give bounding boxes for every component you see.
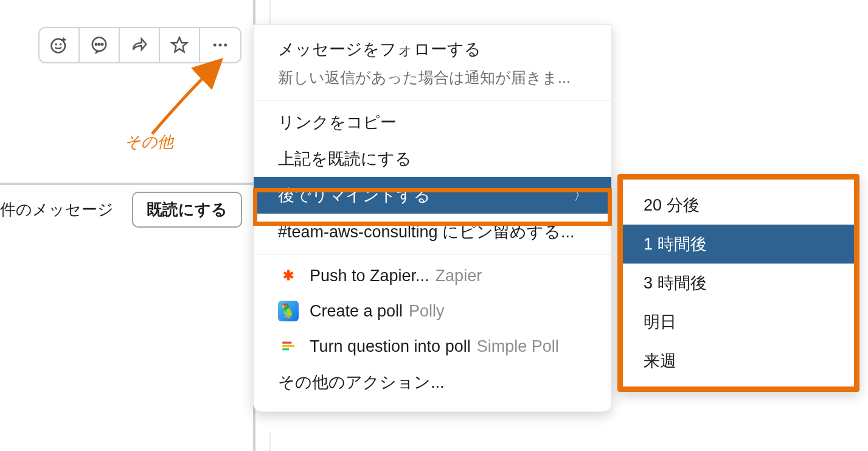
menu-item-app-polly[interactable]: 🦜 Create a poll Polly xyxy=(254,293,611,329)
submenu-item-3hour[interactable]: 3 時間後 xyxy=(623,264,854,302)
menu-item-label: Create a poll xyxy=(310,302,403,321)
svg-point-1 xyxy=(55,44,56,44)
menu-item-app-name: Zapier xyxy=(436,267,482,285)
vertical-divider-thin-bottom xyxy=(269,432,271,451)
menu-item-label: その他のアクション... xyxy=(278,371,445,393)
svg-point-8 xyxy=(219,44,222,47)
svg-point-9 xyxy=(224,44,227,47)
menu-divider xyxy=(254,100,611,100)
submenu-item-1hour[interactable]: 1 時間後 xyxy=(623,225,854,264)
menu-item-label: メッセージをフォローする xyxy=(278,38,481,60)
horizontal-divider xyxy=(0,183,253,185)
menu-item-remind-later[interactable]: 後でリマインドする 〉 xyxy=(254,177,611,214)
simple-poll-icon xyxy=(278,336,299,357)
emoji-add-button[interactable] xyxy=(40,28,80,62)
messages-count-row: 件のメッセージ 既読にする xyxy=(0,190,253,229)
menu-item-app-name: Simple Poll xyxy=(477,337,559,356)
svg-point-5 xyxy=(99,44,100,46)
menu-item-app-simple-poll[interactable]: Turn question into poll Simple Poll xyxy=(254,329,611,364)
menu-item-mark-read-above[interactable]: 上記を既読にする xyxy=(254,141,611,177)
message-context-menu: メッセージをフォローする 新しい返信があった場合は通知が届きま... リンクをコ… xyxy=(253,24,612,412)
thread-icon xyxy=(90,36,108,54)
menu-item-label: #team-aws-consulting にピン留めする... xyxy=(278,221,575,243)
svg-rect-11 xyxy=(282,345,294,347)
mark-read-button[interactable]: 既読にする xyxy=(132,192,242,228)
svg-point-6 xyxy=(102,44,103,46)
menu-item-more-actions[interactable]: その他のアクション... xyxy=(254,364,611,400)
share-button[interactable] xyxy=(120,28,160,62)
menu-item-pin[interactable]: #team-aws-consulting にピン留めする... xyxy=(254,214,611,250)
thread-button[interactable] xyxy=(80,28,120,62)
zapier-icon: ✱ xyxy=(278,265,299,286)
menu-item-app-zapier[interactable]: ✱ Push to Zapier... Zapier xyxy=(254,258,611,293)
star-icon xyxy=(170,36,189,54)
menu-divider xyxy=(254,254,611,254)
menu-item-app-name: Polly xyxy=(409,302,445,321)
menu-item-label: Push to Zapier... xyxy=(310,267,429,285)
submenu-item-nextweek[interactable]: 来週 xyxy=(623,341,854,380)
menu-item-label: 上記を既読にする xyxy=(278,148,412,170)
svg-point-2 xyxy=(60,44,61,44)
share-arrow-icon xyxy=(130,36,148,54)
svg-rect-10 xyxy=(282,341,291,343)
more-actions-button[interactable] xyxy=(200,28,240,62)
chevron-right-icon: 〉 xyxy=(574,186,587,205)
svg-point-7 xyxy=(214,44,217,47)
message-action-toolbar xyxy=(38,27,241,63)
star-button[interactable] xyxy=(160,28,200,62)
svg-point-4 xyxy=(95,44,97,46)
annotation-label: その他 xyxy=(125,131,173,153)
polly-icon: 🦜 xyxy=(278,301,299,321)
more-icon xyxy=(211,36,229,54)
submenu-item-tomorrow[interactable]: 明日 xyxy=(623,302,854,341)
menu-item-label: リンクをコピー xyxy=(278,111,397,133)
menu-item-label: Turn question into poll xyxy=(310,337,471,356)
menu-item-copy-link[interactable]: リンクをコピー xyxy=(254,104,611,141)
menu-item-follow[interactable]: メッセージをフォローする xyxy=(254,31,611,68)
menu-item-label: 後でリマインドする xyxy=(278,184,431,206)
remind-submenu: 20 分後 1 時間後 3 時間後 明日 来週 xyxy=(617,174,859,392)
menu-item-follow-subtitle: 新しい返信があった場合は通知が届きま... xyxy=(254,68,611,96)
submenu-item-20min[interactable]: 20 分後 xyxy=(623,186,854,225)
svg-rect-12 xyxy=(282,348,289,350)
messages-count-text: 件のメッセージ xyxy=(0,199,114,220)
emoji-add-icon xyxy=(50,36,68,54)
